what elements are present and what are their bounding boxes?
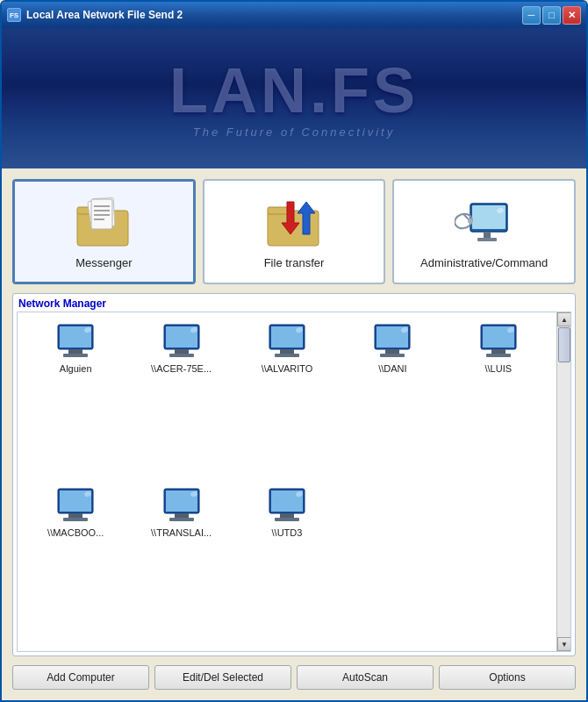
computer-icon-macboo	[54, 487, 97, 524]
network-manager-section: Network Manager Alguien	[12, 293, 576, 656]
scroll-down-button[interactable]: ▼	[557, 637, 571, 651]
svg-rect-49	[63, 518, 88, 521]
messenger-label: Messenger	[75, 256, 132, 269]
messenger-button[interactable]: Messenger	[12, 179, 196, 284]
logo-text: LAN.FS	[169, 59, 419, 122]
svg-rect-59	[275, 518, 299, 521]
window-title: Local Area Network File Send 2	[26, 9, 522, 21]
computer-label: \\UTD3	[272, 527, 303, 538]
minimize-button[interactable]: ─	[522, 6, 541, 25]
computer-label: \\ALVARITO	[262, 363, 313, 374]
network-manager-inner: Alguien \\ACER-75E...	[17, 312, 571, 652]
app-icon: FS	[7, 8, 21, 22]
bottom-buttons: Add Computer Edit/Del Selected AutoScan …	[12, 665, 576, 690]
network-manager-label: Network Manager	[13, 294, 575, 312]
svg-point-19	[468, 218, 473, 224]
computer-item-acer[interactable]: \\ACER-75E...	[130, 319, 232, 480]
header-banner: LAN.FS The Future of Connectivity	[2, 28, 586, 168]
file-transfer-icon	[264, 195, 324, 249]
admin-label: Administrative/Command	[420, 256, 548, 269]
file-transfer-button[interactable]: File transfer	[203, 179, 386, 284]
computer-item-luis[interactable]: \\LUIS	[448, 319, 549, 480]
svg-rect-34	[275, 354, 299, 357]
computer-icon-dani	[371, 323, 413, 360]
computer-item-macboo[interactable]: \\MACBOO...	[25, 484, 126, 644]
scroll-thumb[interactable]	[558, 327, 570, 362]
maximize-button[interactable]: □	[542, 6, 561, 25]
svg-rect-29	[169, 354, 194, 357]
computer-icon-alvarito	[266, 323, 308, 360]
scroll-track[interactable]	[557, 326, 570, 637]
computer-label: \\TRANSLAI...	[151, 527, 212, 538]
messenger-icon	[74, 195, 133, 249]
mode-buttons-row: Messenger File transfer	[12, 179, 576, 284]
computer-item-dani[interactable]: \\DANI	[341, 319, 443, 480]
edit-del-button[interactable]: Edit/Del Selected	[154, 665, 291, 690]
svg-rect-10	[268, 207, 290, 214]
svg-rect-54	[169, 518, 194, 521]
computer-icon-utd3	[266, 487, 308, 524]
file-transfer-label: File transfer	[264, 256, 325, 269]
svg-rect-4	[91, 199, 112, 229]
close-button[interactable]: ✕	[563, 6, 581, 25]
svg-rect-44	[486, 354, 511, 357]
computer-label: \\ACER-75E...	[151, 363, 212, 374]
computer-icon-alguien	[54, 323, 97, 360]
computer-icon-luis	[477, 323, 520, 360]
logo-subtitle: The Future of Connectivity	[193, 125, 395, 139]
content-area: Messenger File transfer	[2, 168, 586, 700]
computer-item-utd3[interactable]: \\UTD3	[236, 484, 338, 644]
main-window: FS Local Area Network File Send 2 ─ □ ✕ …	[0, 0, 588, 702]
svg-rect-39	[380, 354, 405, 357]
admin-button[interactable]: Administrative/Command	[392, 179, 576, 284]
computer-icon-acer	[161, 323, 203, 360]
window-controls: ─ □ ✕	[522, 6, 581, 25]
scrollbar: ▲ ▼	[556, 312, 570, 651]
computer-item-alguien[interactable]: Alguien	[25, 319, 126, 480]
computer-label: \\LUIS	[485, 363, 513, 374]
computer-label: Alguien	[60, 363, 92, 374]
svg-rect-15	[484, 232, 491, 239]
options-button[interactable]: Options	[439, 665, 576, 690]
computer-item-translai[interactable]: \\TRANSLAI...	[130, 484, 232, 644]
svg-rect-16	[477, 238, 497, 241]
add-computer-button[interactable]: Add Computer	[12, 665, 149, 690]
scroll-up-button[interactable]: ▲	[557, 312, 571, 326]
svg-rect-24	[63, 354, 88, 357]
autoscan-button[interactable]: AutoScan	[297, 665, 434, 690]
admin-icon	[455, 195, 514, 249]
title-bar: FS Local Area Network File Send 2 ─ □ ✕	[2, 2, 586, 28]
computer-label: \\DANI	[378, 363, 406, 374]
computer-icon-translai	[161, 487, 203, 524]
computer-item-alvarito[interactable]: \\ALVARITO	[236, 319, 338, 480]
computer-label: \\MACBOO...	[47, 527, 104, 538]
network-grid: Alguien \\ACER-75E...	[18, 312, 556, 651]
